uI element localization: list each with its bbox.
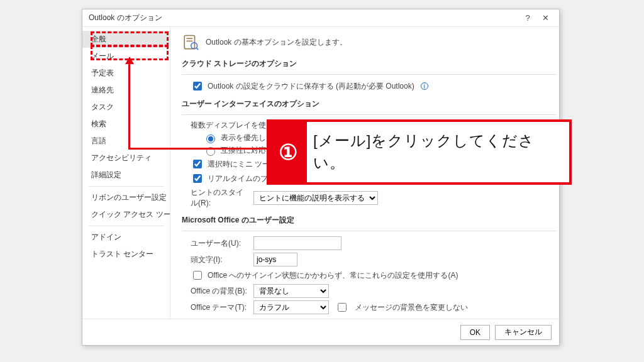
options-dialog: Outlook のオプション ? ✕ 全般 メール 予定表 連絡先 タスク 検索… <box>82 9 560 346</box>
sidebar-item-advanced[interactable]: 詳細設定 <box>82 167 170 184</box>
sidebar-item-general[interactable]: 全般 <box>82 31 170 48</box>
initials-field[interactable] <box>253 253 297 266</box>
sidebar-item-search[interactable]: 検索 <box>82 116 170 133</box>
username-label: ユーザー名(U): <box>191 238 247 249</box>
close-button[interactable]: ✕ <box>536 13 554 23</box>
theme-select[interactable]: カラフル <box>253 300 329 314</box>
radio-display-optimize-label: 表示を優先した最適化(A) <box>221 133 306 143</box>
svg-line-2 <box>196 48 198 50</box>
radio-compat-optimize-label: 互換性に対応した最適化 (アプリケーションの再起動が必要)(C) <box>221 145 435 156</box>
section-user-title: Microsoft Office のユーザー設定 <box>182 215 557 226</box>
sidebar-item-contacts[interactable]: 連絡先 <box>82 82 170 99</box>
svg-rect-0 <box>184 35 194 48</box>
content-pane: Outlook の基本オプションを設定します。 クラウド ストレージのオプション… <box>170 27 559 319</box>
chk-no-msg-bg-label: メッセージの背景色を変更しない <box>355 302 468 313</box>
window-title: Outlook のオプション <box>89 13 162 23</box>
sidebar-item-qat[interactable]: クイック アクセス ツール バー <box>82 206 170 223</box>
help-button[interactable]: ? <box>519 13 536 23</box>
sidebar-item-accessibility[interactable]: アクセシビリティ <box>82 150 170 167</box>
chk-live-preview-label: リアルタイムのプレビュー表示機能を有効にする(L) <box>208 173 383 184</box>
section-cloud-title: クラウド ストレージのオプション <box>182 58 557 69</box>
screentip-select[interactable]: ヒントに機能の説明を表示する <box>253 191 378 205</box>
radio-compat-optimize[interactable] <box>206 147 215 156</box>
chk-always-use-label: Office へのサインイン状態にかかわらず、常にこれらの設定を使用する(A) <box>208 270 458 281</box>
chk-always-use[interactable] <box>193 271 202 280</box>
multi-display-label: 複数ディスプレイを使用する場合: <box>191 120 306 131</box>
chk-live-preview[interactable] <box>193 174 202 183</box>
chk-mini-toolbar-label: 選択時にミニ ツール バーを表示する(M) <box>208 159 344 170</box>
title-bar: Outlook のオプション ? ✕ <box>82 9 559 27</box>
chk-no-msg-bg[interactable] <box>338 303 347 312</box>
chk-cloud-save[interactable] <box>193 82 202 90</box>
bg-label: Office の背景(B): <box>191 286 247 297</box>
sidebar-item-mail[interactable]: メール <box>82 48 170 65</box>
page-header: Outlook の基本オプションを設定します。 <box>206 37 347 48</box>
ok-button[interactable]: OK <box>460 325 490 340</box>
sidebar-item-trust[interactable]: トラスト センター <box>82 246 170 263</box>
theme-label: Office テーマ(T): <box>191 302 247 313</box>
chk-cloud-save-label: Outlook の設定をクラウドに保存する (再起動が必要 Outlook) <box>208 81 414 92</box>
info-icon[interactable]: i <box>312 122 319 129</box>
username-field[interactable] <box>253 236 341 250</box>
section-ui-title: ユーザー インターフェイスのオプション <box>182 99 557 109</box>
bg-select[interactable]: 背景なし <box>253 284 329 298</box>
sidebar-item-tasks[interactable]: タスク <box>82 99 170 116</box>
screentip-label: ヒントのスタイル(R): <box>191 187 247 209</box>
info-icon[interactable]: i <box>421 82 428 90</box>
category-sidebar: 全般 メール 予定表 連絡先 タスク 検索 言語 アクセシビリティ 詳細設定 リ… <box>82 27 170 319</box>
initials-label: 頭文字(I): <box>191 255 247 265</box>
dialog-footer: OK キャンセル <box>82 319 559 345</box>
sidebar-item-addins[interactable]: アドイン <box>82 229 170 246</box>
radio-display-optimize[interactable] <box>206 134 215 143</box>
sidebar-item-calendar[interactable]: 予定表 <box>82 65 170 82</box>
sidebar-item-language[interactable]: 言語 <box>82 133 170 150</box>
chk-mini-toolbar[interactable] <box>193 160 202 168</box>
options-icon <box>182 33 199 51</box>
sidebar-item-ribbon[interactable]: リボンのユーザー設定 <box>82 189 170 206</box>
cancel-button[interactable]: キャンセル <box>495 325 552 340</box>
